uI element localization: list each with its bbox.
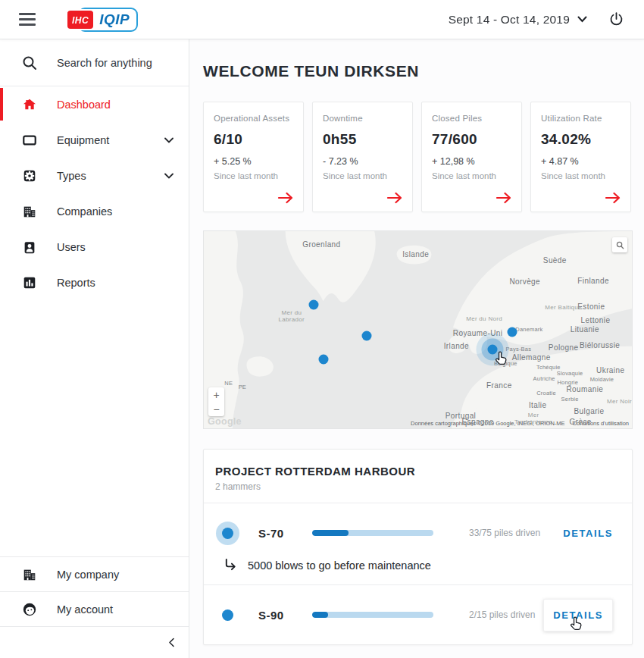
sidebar-search[interactable] xyxy=(0,39,189,86)
stat-card-operational-assets: Operational Assets 6/10 + 5.25 % Since l… xyxy=(203,102,304,212)
map-attribution: Données cartographiques ©2019 Google, IN… xyxy=(411,420,629,427)
date-range-selector[interactable]: Sept 14 - Oct 14, 2019 xyxy=(449,13,587,27)
collapse-sidebar-icon[interactable] xyxy=(168,638,175,647)
project-subtitle: 2 hammers xyxy=(215,481,621,492)
details-button-hovered[interactable]: DETAILS xyxy=(543,599,613,631)
map-terms-link[interactable]: Conditions d'utilisation xyxy=(573,420,629,427)
stat-delta: + 5.25 % xyxy=(214,156,293,167)
sidebar-spacer xyxy=(0,300,189,556)
stat-value: 6/10 xyxy=(214,131,293,148)
maintenance-note-text: 5000 blows to go before maintenance xyxy=(248,559,431,572)
stat-delta: - 7.23 % xyxy=(323,156,402,167)
hammer-status-dot[interactable] xyxy=(222,609,233,621)
stat-card-downtime: Downtime 0h55 - 7.23 % Since last month xyxy=(312,102,413,212)
sidebar-item-label: Companies xyxy=(57,205,112,218)
stat-value: 0h55 xyxy=(323,131,402,148)
hammer-name: S-90 xyxy=(258,609,295,622)
sidebar-item-reports[interactable]: Reports xyxy=(0,265,189,300)
reports-icon xyxy=(22,275,37,290)
logout-button[interactable] xyxy=(608,11,624,27)
users-icon xyxy=(22,240,37,255)
sidebar-item-label: My company xyxy=(57,569,119,581)
project-card: PROJECT ROTTERDAM HARBOUR 2 hammers S-70… xyxy=(203,449,633,645)
return-arrow-icon xyxy=(224,558,238,572)
companies-icon xyxy=(22,204,37,219)
stat-delta: + 12,98 % xyxy=(432,156,511,167)
hammer-status-dot[interactable] xyxy=(222,528,233,539)
sidebar-item-companies[interactable]: Companies xyxy=(0,193,189,229)
map-marker[interactable] xyxy=(319,354,329,364)
details-button[interactable]: DETAILS xyxy=(563,528,613,539)
hammer-name: S-70 xyxy=(258,527,295,540)
stat-cards-row: Operational Assets 6/10 + 5.25 % Since l… xyxy=(203,102,633,212)
arrow-right-icon[interactable] xyxy=(605,192,621,204)
sidebar-item-label: My account xyxy=(57,603,113,616)
arrow-right-icon[interactable] xyxy=(277,192,294,204)
types-icon xyxy=(22,168,37,183)
sidebar-item-label: Users xyxy=(57,241,86,253)
maintenance-note: 5000 blows to go before maintenance xyxy=(215,556,613,584)
hammer-row-s70: S-70 33/75 piles driven DETAILS 5000 blo… xyxy=(204,503,632,584)
google-watermark: Google xyxy=(208,416,242,427)
hammer-row-s90: S-90 2/15 piles driven DETAILS xyxy=(204,584,632,644)
app-logo[interactable]: IHC IQIP xyxy=(67,8,138,32)
stat-period: Since last month xyxy=(214,171,293,180)
stat-label: Closed Piles xyxy=(432,114,511,123)
account-icon xyxy=(22,602,37,617)
search-input[interactable] xyxy=(57,57,178,69)
sidebar-item-label: Types xyxy=(57,170,86,182)
arrow-right-icon[interactable] xyxy=(386,192,403,204)
stat-label: Operational Assets xyxy=(214,114,293,123)
zoom-in-button[interactable]: + xyxy=(208,387,224,402)
page-title: WELCOME TEUN DIRKSEN xyxy=(203,62,633,80)
hamburger-menu-icon[interactable] xyxy=(19,10,36,30)
sidebar-item-equipment[interactable]: Equipment xyxy=(0,122,189,158)
progress-fill xyxy=(312,612,328,618)
sidebar-item-my-company[interactable]: My company xyxy=(0,556,189,591)
map-marker[interactable] xyxy=(362,331,372,341)
chevron-down-icon xyxy=(164,173,174,179)
progress-bar xyxy=(312,612,433,618)
progress-bar xyxy=(312,530,433,536)
piles-driven-label: 33/75 piles driven xyxy=(469,528,540,538)
arrow-right-icon[interactable] xyxy=(496,192,512,204)
sidebar-collapse-row xyxy=(0,626,189,658)
sidebar-item-my-account[interactable]: My account xyxy=(0,591,189,626)
sidebar-item-label: Equipment xyxy=(57,134,109,146)
project-title: PROJECT ROTTERDAM HARBOUR xyxy=(215,465,621,478)
map-zoom-control: + − xyxy=(208,387,224,416)
zoom-out-button[interactable]: − xyxy=(208,402,224,416)
date-range-label: Sept 14 - Oct 14, 2019 xyxy=(449,13,570,27)
top-header: IHC IQIP Sept 14 - Oct 14, 2019 xyxy=(0,0,644,39)
search-icon xyxy=(22,55,37,70)
details-button-label: DETAILS xyxy=(553,609,603,621)
main-content: WELCOME TEUN DIRKSEN Operational Assets … xyxy=(189,39,644,658)
stat-card-utilization-rate: Utilization Rate 34.02% + 4.87 % Since l… xyxy=(530,102,631,212)
power-icon xyxy=(608,11,624,27)
stat-value: 34.02% xyxy=(541,131,621,148)
map-marker[interactable] xyxy=(309,300,319,310)
stat-value: 77/600 xyxy=(432,131,511,148)
chevron-down-icon xyxy=(164,137,174,143)
logo-ihc: IHC xyxy=(67,11,93,29)
company-icon xyxy=(22,567,37,582)
map-marker-selected[interactable] xyxy=(487,344,497,354)
chevron-down-icon xyxy=(577,16,587,23)
sidebar: Dashboard Equipment Types xyxy=(0,39,189,658)
sidebar-item-users[interactable]: Users xyxy=(0,229,189,265)
sidebar-item-dashboard[interactable]: Dashboard xyxy=(0,86,189,122)
progress-fill xyxy=(312,530,349,536)
piles-driven-label: 2/15 piles driven xyxy=(469,609,535,620)
map-marker[interactable] xyxy=(507,327,517,337)
search-icon xyxy=(616,241,624,249)
sidebar-item-label: Reports xyxy=(57,277,95,289)
project-header: PROJECT ROTTERDAM HARBOUR 2 hammers xyxy=(204,450,632,503)
home-icon xyxy=(22,97,37,112)
map-search-button[interactable] xyxy=(612,237,627,252)
stat-label: Utilization Rate xyxy=(541,114,621,123)
stat-label: Downtime xyxy=(323,114,402,123)
sidebar-item-types[interactable]: Types xyxy=(0,158,189,193)
map-attribution-text: Données cartographiques ©2019 Google, IN… xyxy=(411,420,565,427)
sidebar-item-label: Dashboard xyxy=(57,99,111,111)
assets-map[interactable]: GroenlandIslandeSuèdeNorvègeFinlandeEsto… xyxy=(203,230,633,429)
